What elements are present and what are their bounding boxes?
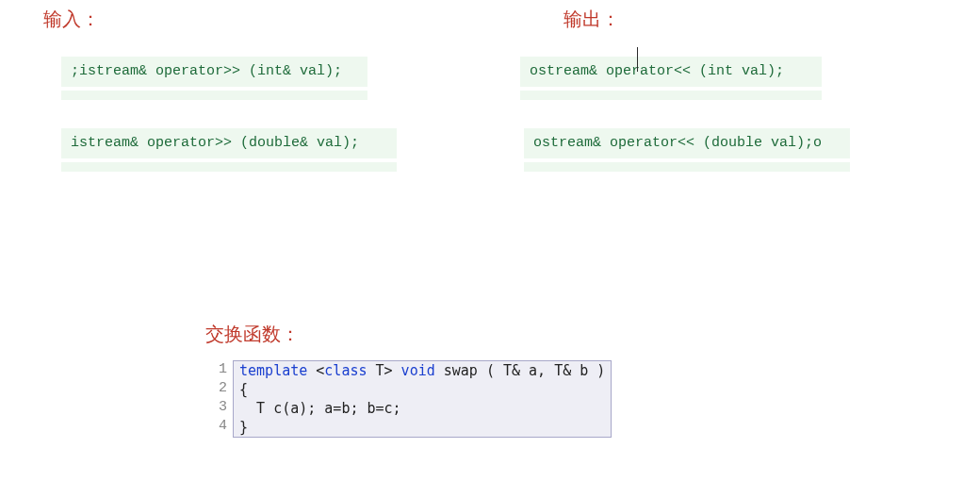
swap-code-block: 1 2 3 4 template <class T> void swap ( T… [219,360,612,438]
code-input-int: ;istream& operator>> (int& val); [61,57,368,87]
line-number: 4 [219,417,227,436]
heading-input: 输入： [43,8,100,30]
code-output-double: ostream& operator<< (double val);o [524,128,850,158]
heading-swap: 交换函数： [205,323,300,345]
underline-input-double [61,162,397,172]
swap-code-box: template <class T> void swap ( T& a, T& … [233,360,612,438]
swap-gutter: 1 2 3 4 [219,360,233,438]
line-number: 3 [219,398,227,417]
heading-output: 输出： [564,8,620,30]
underline-input-int [61,91,368,100]
code-output-int: ostream& operator<< (int val); [520,57,822,87]
code-input-double: istream& operator>> (double& val); [61,128,397,158]
underline-output-int [520,91,822,100]
swap-code: template <class T> void swap ( T& a, T& … [239,361,605,437]
line-number: 2 [219,379,227,398]
line-number: 1 [219,360,227,379]
underline-output-double [524,162,850,172]
text-caret [637,47,638,72]
